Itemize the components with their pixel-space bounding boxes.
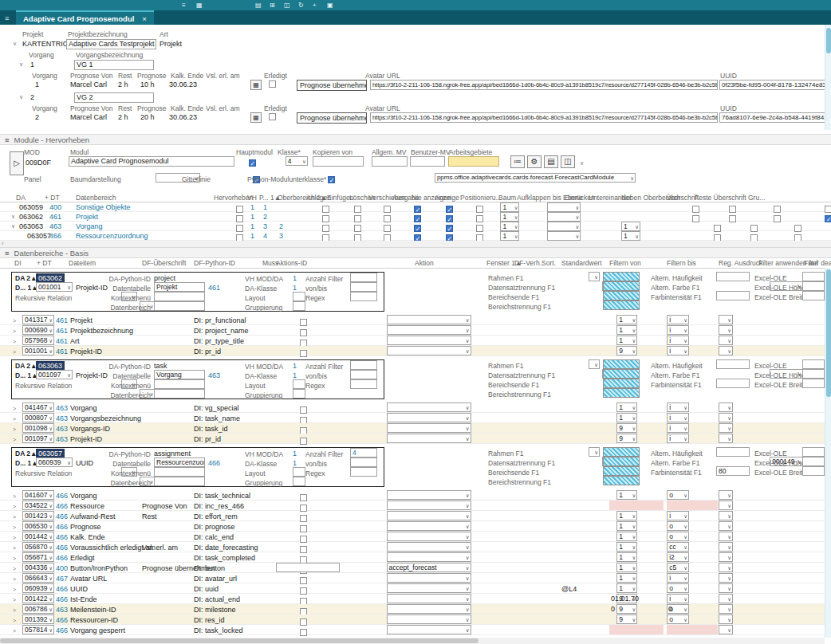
- filtern-von-input[interactable]: [609, 573, 664, 583]
- sort-select[interactable]: [719, 336, 733, 345]
- sort-select[interactable]: [719, 604, 733, 614]
- di-id-select[interactable]: 001001: [36, 282, 73, 292]
- col-filtern-von[interactable]: Filtern von: [609, 258, 641, 268]
- erledigt-checkbox[interactable]: [269, 113, 276, 120]
- bereichstrennung-swatch[interactable]: [603, 300, 640, 310]
- python-unterklasse-checkbox[interactable]: [328, 176, 335, 183]
- aktion-select[interactable]: [387, 325, 471, 335]
- db-row[interactable]: > 057814 466 Vorgang gesperrt DI: task_l…: [0, 625, 831, 635]
- db-vertical-scrollbar[interactable]: [825, 268, 831, 638]
- positionierung-select[interactable]: [547, 202, 581, 212]
- dt-link[interactable]: 466: [56, 512, 68, 521]
- new-window-icon[interactable]: ⊞: [270, 0, 275, 10]
- col-dateitem[interactable]: Dateitem: [69, 258, 96, 268]
- hauptmodul-checkbox[interactable]: [249, 159, 256, 167]
- layout-input[interactable]: [293, 292, 305, 301]
- regex-input[interactable]: [350, 379, 377, 389]
- aktion-select[interactable]: [387, 346, 471, 355]
- farbintensitaet-input[interactable]: [716, 291, 750, 300]
- expand-icon[interactable]: >: [13, 626, 16, 636]
- sort-select[interactable]: [719, 315, 733, 324]
- bereichsende-swatch[interactable]: [603, 379, 640, 388]
- filtern-bis-input[interactable]: [667, 552, 718, 562]
- dt-link[interactable]: 466: [56, 501, 68, 511]
- excel-ole-input[interactable]: [802, 447, 825, 457]
- module-grid-row[interactable]: ∨ 063062 461 Projekt 1 2 1: [0, 212, 831, 222]
- db-row[interactable]: > 004336 400 Button/IronPython Prognose …: [0, 563, 831, 573]
- von-bis-input[interactable]: [350, 370, 377, 379]
- col-sort[interactable]: Sort.: [542, 258, 556, 268]
- modules-icon[interactable]: ▦: [196, 0, 203, 10]
- db-row[interactable]: > 056871 466 Erledigt DI: task_completed…: [0, 552, 831, 563]
- filtern-bis-input[interactable]: [667, 583, 718, 593]
- tab-close-icon[interactable]: ×: [142, 14, 147, 23]
- col-aktion[interactable]: Aktion: [415, 258, 434, 268]
- benutzer-mv-input[interactable]: [410, 156, 445, 167]
- aktion-select[interactable]: [387, 423, 471, 433]
- altern-haeufigkeit-input[interactable]: [716, 272, 750, 281]
- sort-select[interactable]: [719, 552, 733, 562]
- label-di-sort[interactable]: D... 1▲: [15, 371, 38, 380]
- filtern-bis-input[interactable]: [667, 346, 718, 355]
- filtern-bis-input[interactable]: [667, 573, 718, 583]
- aktion-select[interactable]: accept_forecast: [387, 563, 471, 572]
- db-row[interactable]: > 066643 467 Avatar URL DI: avatar_url 1…: [0, 573, 831, 583]
- dt-link[interactable]: 461: [56, 316, 68, 325]
- vorgang-name-input[interactable]: VG 1: [74, 60, 154, 70]
- col-df-python-id[interactable]: DF-Python-ID: [194, 258, 235, 268]
- rahmen-swatch[interactable]: [603, 447, 640, 457]
- di-select[interactable]: 001098: [22, 423, 54, 433]
- altern-haeufigkeit-input[interactable]: [716, 359, 750, 369]
- di-select[interactable]: 001423: [22, 511, 54, 520]
- dt-link[interactable]: 461: [56, 326, 68, 336]
- gruppierung-input[interactable]: [293, 389, 305, 399]
- bereichsende-swatch[interactable]: [603, 291, 640, 300]
- vorgang-name-input[interactable]: VG 2: [74, 92, 154, 103]
- sort-select[interactable]: [719, 625, 733, 634]
- dt-link[interactable]: 466: [56, 553, 68, 563]
- filtern-bis-input[interactable]: [667, 594, 718, 603]
- dt-link[interactable]: 461: [56, 347, 68, 356]
- datentabelle-dt-link[interactable]: 466: [208, 458, 220, 468]
- aktion-select[interactable]: [387, 521, 471, 531]
- db-row[interactable]: > 056870 466 Voraussichtlich erledigt am…: [0, 542, 831, 552]
- positionierung-select[interactable]: [547, 212, 581, 222]
- anzeige-select[interactable]: 1: [500, 222, 519, 231]
- filtern-bis-input[interactable]: [667, 542, 718, 552]
- aktion-select[interactable]: [387, 434, 471, 443]
- filtern-bis-input[interactable]: [667, 532, 718, 541]
- filtern-von-input[interactable]: [609, 563, 664, 572]
- dt-link[interactable]: 463: [56, 403, 68, 413]
- aktion-select[interactable]: [387, 413, 471, 422]
- aktion-select[interactable]: [387, 501, 471, 510]
- muss-checkbox[interactable]: [300, 629, 307, 636]
- col-filter-deak[interactable]: Filter deak...: [804, 258, 831, 268]
- anzeige-select[interactable]: 1: [500, 202, 519, 212]
- calendar-icon[interactable]: ▦: [250, 80, 262, 90]
- di-id-select[interactable]: 060939: [36, 457, 73, 467]
- filtern-bis-input[interactable]: [667, 315, 718, 324]
- module-grid-row[interactable]: 063059 400 Sonstige Objekte 1 1 1: [0, 202, 831, 212]
- module-list-icon[interactable]: ≔: [510, 155, 525, 168]
- filtern-bis-input[interactable]: [667, 563, 718, 572]
- db-row[interactable]: > 041317 461 Projekt DI: pr_functional 1…: [0, 315, 831, 325]
- sort-select[interactable]: [719, 346, 733, 355]
- section-hamburger-icon[interactable]: ≡: [5, 135, 10, 144]
- python-unterklasse-select[interactable]: ppms.office.adaptivecards.cards.forecast…: [435, 173, 636, 183]
- section-hamburger-icon[interactable]: ≡: [5, 249, 10, 257]
- dt-link[interactable]: 466: [56, 626, 68, 635]
- filtern-bis-input[interactable]: [667, 615, 718, 624]
- col-aktions-id[interactable]: Aktions-ID: [276, 258, 307, 268]
- aktion-select[interactable]: [387, 511, 471, 520]
- db-row[interactable]: > 001098 463 Vorgangs-ID DI: task_id 9 i: [0, 423, 831, 434]
- excel-ole-breite-input[interactable]: [802, 291, 825, 300]
- dt-link[interactable]: 466: [56, 615, 68, 625]
- bereichstrennung-swatch[interactable]: [603, 476, 640, 485]
- filtern-von-input[interactable]: [609, 615, 664, 624]
- aktion-select[interactable]: [387, 542, 471, 552]
- aktion-select[interactable]: [387, 573, 471, 583]
- di-select[interactable]: 066643: [22, 573, 54, 583]
- excel-ole-hoehe-input[interactable]: [802, 281, 825, 291]
- datenbereich-input[interactable]: [154, 389, 205, 399]
- rahmen-select[interactable]: [589, 359, 600, 369]
